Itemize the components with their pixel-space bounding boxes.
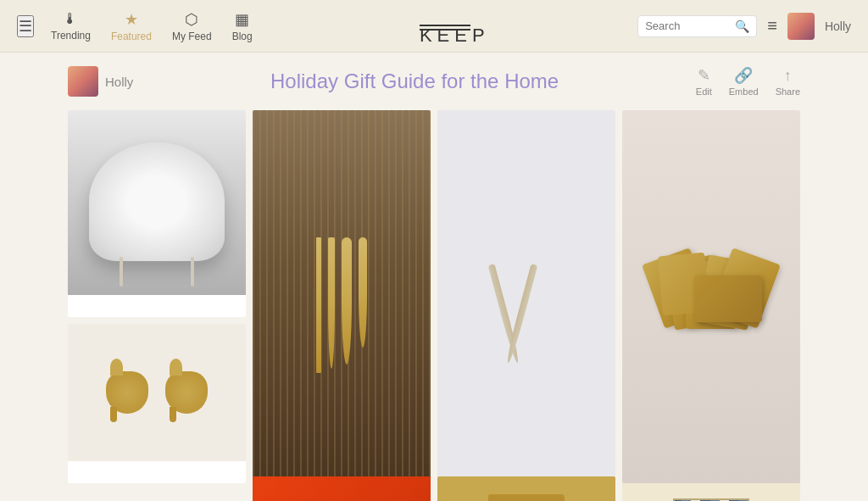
nav-item-blog[interactable]: ▦ Blog: [232, 10, 253, 42]
edit-icon: ✎: [698, 66, 710, 85]
page-header: Holly Holiday Gift Guide for the Home ✎ …: [68, 66, 800, 97]
header: ☰ 🌡 Trending ★ Featured ⬡ My Feed ▦ Blog…: [0, 0, 868, 53]
page-actions: ✎ Edit 🔗 Embed ↑ Share: [696, 66, 800, 97]
blog-icon: ▦: [235, 10, 249, 29]
elephant-figure-right: [165, 371, 208, 414]
user-avatar-small: [68, 66, 98, 97]
embed-icon: 🔗: [734, 66, 753, 85]
username-display[interactable]: Holly: [825, 19, 851, 33]
main-nav: 🌡 Trending ★ Featured ⬡ My Feed ▦ Blog: [51, 10, 253, 42]
grid-item-fur-chair[interactable]: [68, 110, 246, 317]
nav-myfeed-label: My Feed: [172, 31, 212, 42]
grid-item-spoon-tongs[interactable]: [437, 110, 615, 483]
nav-trending-label: Trending: [51, 30, 91, 42]
nav-item-trending[interactable]: 🌡 Trending: [51, 10, 91, 42]
share-icon: ↑: [784, 67, 792, 85]
embed-button[interactable]: 🔗 Embed: [729, 66, 759, 97]
main-content: Holly Holiday Gift Guide for the Home ✎ …: [0, 53, 868, 501]
grid-item-cutlery[interactable]: [253, 110, 431, 483]
grid-item-gold-cards[interactable]: [622, 110, 800, 483]
search-input[interactable]: [645, 19, 730, 32]
search-box[interactable]: 🔍: [637, 15, 757, 37]
image-grid: [68, 110, 800, 483]
search-icon: 🔍: [735, 19, 749, 33]
grid-item-elephants[interactable]: [68, 324, 246, 483]
page-title: Holiday Gift Guide for the Home: [133, 70, 695, 93]
site-logo[interactable]: KEEP: [253, 22, 638, 31]
grid-item-candle[interactable]: [253, 476, 431, 501]
trending-icon: 🌡: [63, 10, 78, 28]
header-right: 🔍 ≡ Holly: [637, 13, 851, 40]
share-button[interactable]: ↑ Share: [776, 67, 800, 97]
grid-item-book[interactable]: homechic decorating with style: [437, 476, 615, 501]
edit-button[interactable]: ✎ Edit: [696, 66, 712, 97]
avatar: [787, 13, 815, 40]
nav-featured-label: Featured: [111, 31, 152, 42]
list-view-icon[interactable]: ≡: [767, 16, 777, 36]
myfeed-icon: ⬡: [185, 10, 198, 29]
user-info: Holly: [68, 66, 133, 97]
menu-button[interactable]: ☰: [17, 15, 34, 37]
username-label: Holly: [105, 75, 133, 89]
nav-blog-label: Blog: [232, 31, 253, 42]
elephant-figure-left: [106, 371, 148, 414]
nav-item-featured[interactable]: ★ Featured: [111, 10, 152, 42]
featured-icon: ★: [125, 10, 138, 29]
nav-item-myfeed[interactable]: ⬡ My Feed: [172, 10, 212, 42]
